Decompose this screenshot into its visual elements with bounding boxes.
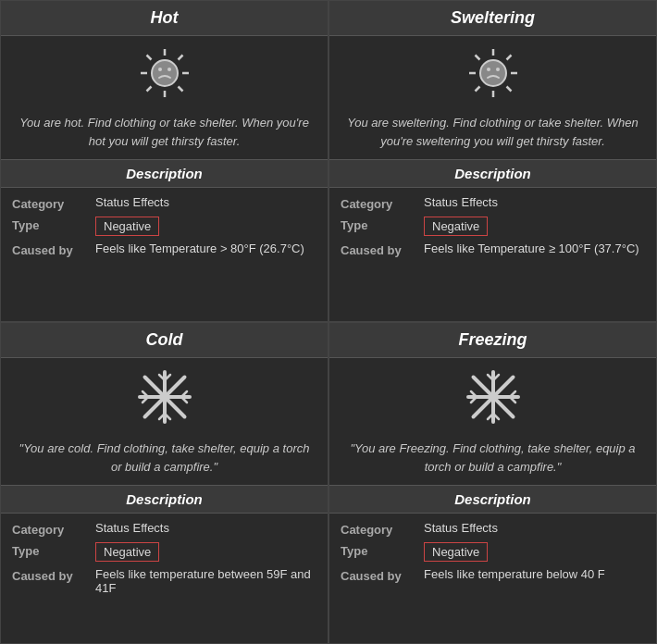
category-row: Category Status Effects [12,195,316,211]
svg-line-15 [475,56,479,60]
type-value-hot: Negative [95,217,316,236]
card-desc-sweltering: You are sweltering. Find clothing or tak… [329,114,656,159]
negative-badge-freezing: Negative [424,542,488,562]
svg-point-21 [496,68,500,71]
type-value-cold: Negative [95,542,316,562]
type-label: Type [12,542,95,558]
causedby-label: Caused by [341,242,424,257]
category-value-freezing: Status Effects [424,521,645,535]
svg-line-7 [146,87,151,92]
category-row: Category Status Effects [12,521,316,537]
type-value-sweltering: Negative [424,217,645,236]
category-label: Category [341,521,424,537]
type-label: Type [341,217,424,232]
causedby-label: Caused by [12,242,95,257]
svg-line-6 [178,56,182,60]
card-desc-cold: "You are cold. Find clothing, take shelt… [1,440,328,485]
causedby-value-cold: Feels like temperature between 59F and 4… [95,567,316,595]
desc-section-sweltering: Description [329,159,656,188]
card-desc-freezing: "You are Freezing. Find clothing, take s… [329,440,656,485]
negative-badge-cold: Negative [95,542,159,562]
category-label: Category [341,195,424,211]
category-row: Category Status Effects [341,521,645,537]
type-label: Type [341,542,424,558]
type-row: Type Negative [12,542,316,562]
causedby-row: Caused by Feels like Temperature ≥ 100°F… [341,242,645,257]
card-title-hot: Hot [1,1,328,36]
negative-badge-sweltering: Negative [424,217,488,236]
svg-line-5 [178,87,182,92]
causedby-row: Caused by Feels like temperature below 4… [341,567,645,583]
svg-line-16 [506,87,511,92]
info-table-hot: Category Status Effects Type Negative Ca… [1,188,328,266]
card-icon-hot [139,47,191,106]
type-row: Type Negative [12,217,316,236]
type-label: Type [12,217,95,232]
causedby-label: Caused by [12,567,95,583]
card-icon-freezing [465,369,521,432]
card-icon-cold [137,369,192,432]
svg-line-17 [506,56,511,60]
desc-section-cold: Description [1,485,328,514]
causedby-row: Caused by Feels like Temperature > 80°F … [12,242,316,257]
svg-point-19 [480,60,506,86]
card-title-freezing: Freezing [329,323,656,358]
type-row: Type Negative [341,217,645,236]
card-title-cold: Cold [1,323,328,358]
category-value-hot: Status Effects [95,195,316,209]
negative-badge-hot: Negative [95,217,159,236]
svg-line-18 [475,87,479,92]
category-label: Category [12,521,95,537]
causedby-value-sweltering: Feels like Temperature ≥ 100°F (37.7°C) [424,242,645,255]
type-row: Type Negative [341,542,645,562]
svg-point-10 [167,68,171,71]
info-table-cold: Category Status Effects Type Negative Ca… [1,514,328,604]
svg-line-4 [146,56,151,60]
card-icon-sweltering [467,47,519,106]
category-row: Category Status Effects [341,195,645,211]
main-grid: Hot You are hot. Find clothing or take s… [0,0,657,644]
svg-point-8 [152,60,178,86]
card-freezing: Freezing "You are Freezing. Find clothin… [328,322,657,644]
card-cold: Cold "You are cold. Find clothing, take … [0,322,328,644]
desc-section-hot: Description [1,159,328,188]
svg-point-9 [158,68,162,71]
card-title-sweltering: Sweltering [329,1,656,36]
causedby-label: Caused by [341,567,424,583]
category-value-cold: Status Effects [95,521,316,535]
category-label: Category [12,195,95,211]
desc-section-freezing: Description [329,485,656,514]
info-table-sweltering: Category Status Effects Type Negative Ca… [329,188,656,266]
category-value-sweltering: Status Effects [424,195,645,209]
causedby-value-freezing: Feels like temperature below 40 F [424,567,645,581]
causedby-value-hot: Feels like Temperature > 80°F (26.7°C) [95,242,316,255]
causedby-row: Caused by Feels like temperature between… [12,567,316,595]
svg-point-20 [487,68,490,71]
card-desc-hot: You are hot. Find clothing or take shelt… [1,114,328,159]
card-sweltering: Sweltering You are sweltering. Find clot… [328,0,657,322]
info-table-freezing: Category Status Effects Type Negative Ca… [329,514,656,592]
card-hot: Hot You are hot. Find clothing or take s… [0,0,328,322]
type-value-freezing: Negative [424,542,645,562]
